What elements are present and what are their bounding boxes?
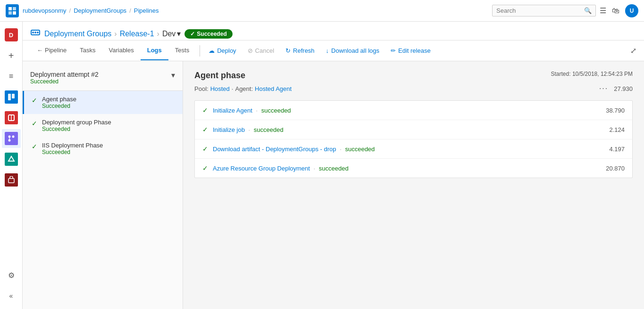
breadcrumb-org[interactable]: rubdevopsonmy bbox=[23, 7, 67, 14]
svg-point-16 bbox=[34, 32, 36, 33]
search-input[interactable] bbox=[496, 7, 584, 14]
phase-detail-title: Agent phase bbox=[194, 71, 245, 81]
agent-link[interactable]: Hosted Agent bbox=[255, 85, 292, 92]
phase-status: Succeeded bbox=[42, 103, 76, 109]
task-name-link-2[interactable]: Initialize job bbox=[213, 126, 245, 133]
tab-tasks[interactable]: Tasks bbox=[73, 41, 102, 60]
status-badge: ✓ Succeeded bbox=[184, 29, 232, 39]
tab-pipeline[interactable]: ← Pipeline bbox=[30, 41, 73, 60]
page-breadcrumb: Deployment Groups › Release-1 › Dev ▾ bbox=[44, 29, 181, 38]
toolbar-tabs: ← Pipeline Tasks Variables Logs Tests bbox=[30, 41, 196, 60]
sidebar-item-settings[interactable]: ⚙ bbox=[2, 266, 21, 285]
expand-icon[interactable]: ⤢ bbox=[630, 46, 636, 55]
task-time-4: 20.870 bbox=[606, 165, 625, 172]
phase-item-iis[interactable]: ✓ IIS Deployment Phase Succeeded bbox=[23, 137, 183, 160]
download-logs-button[interactable]: ↓ Download all logs bbox=[321, 44, 384, 57]
sidebar-item-overview[interactable]: ≡ bbox=[2, 67, 21, 86]
badge-check-icon: ✓ bbox=[190, 31, 195, 37]
task-check-icon: ✓ bbox=[202, 106, 208, 114]
svg-rect-0 bbox=[8, 7, 12, 10]
phase-item-agent[interactable]: ✓ Agent phase Succeeded bbox=[23, 91, 183, 114]
repos-icon bbox=[5, 111, 18, 124]
task-time-3: 4.197 bbox=[609, 146, 625, 153]
environment-dropdown[interactable]: Dev ▾ bbox=[162, 29, 181, 38]
search-box[interactable]: 🔍 bbox=[492, 5, 596, 16]
task-name-link-4[interactable]: Azure Resource Group Deployment bbox=[213, 165, 310, 172]
task-check-icon-4: ✓ bbox=[202, 164, 208, 172]
page-header: Deployment Groups › Release-1 › Dev ▾ ✓ … bbox=[23, 22, 644, 41]
dropdown-chevron-icon: ▾ bbox=[177, 29, 181, 38]
breadcrumb-section[interactable]: Pipelines bbox=[134, 7, 159, 14]
deployment-attempt-status: Succeeded bbox=[30, 78, 99, 85]
nav-icons: ☰ 🛍 U bbox=[600, 4, 638, 17]
phase-pool-info: Pool: Hosted · Agent: Hosted Agent ··· 2… bbox=[194, 84, 633, 93]
svg-point-15 bbox=[32, 32, 34, 33]
list-icon[interactable]: ☰ bbox=[600, 6, 606, 15]
toolbar: ← Pipeline Tasks Variables Logs Tests ☁ … bbox=[23, 41, 644, 61]
deployment-attempt: Deployment attempt #2 Succeeded ▾ bbox=[23, 67, 183, 91]
boards-icon bbox=[5, 90, 18, 104]
refresh-icon: ↻ bbox=[285, 47, 291, 54]
task-time-2: 2.124 bbox=[609, 126, 625, 133]
task-status: succeeded bbox=[261, 107, 291, 114]
pool-link[interactable]: Hosted bbox=[210, 85, 230, 92]
breadcrumb-deployment-groups[interactable]: Deployment Groups bbox=[44, 30, 111, 38]
overview-icon: ≡ bbox=[9, 72, 13, 81]
phase-item-deployment-group[interactable]: ✓ Deployment group Phase Succeeded bbox=[23, 114, 183, 137]
task-check-icon-3: ✓ bbox=[202, 145, 208, 153]
sidebar-item-artifacts[interactable] bbox=[2, 171, 21, 189]
sidebar-bottom: ⚙ « bbox=[2, 266, 21, 309]
edit-release-button[interactable]: ✏ Edit release bbox=[386, 44, 435, 57]
badge-label: Succeeded bbox=[197, 31, 226, 37]
sidebar-item-dashboard[interactable]: D bbox=[2, 25, 21, 44]
phase-check-icon-3: ✓ bbox=[32, 143, 37, 150]
task-status-2: succeeded bbox=[254, 126, 284, 133]
sidebar-item-pipelines[interactable] bbox=[2, 129, 21, 148]
task-item-initialize-agent[interactable]: ✓ Initialize Agent · succeeded 38.790 bbox=[195, 101, 632, 120]
settings-icon: ⚙ bbox=[8, 271, 15, 280]
breadcrumb-release[interactable]: Release-1 bbox=[120, 30, 154, 38]
task-item-initialize-job[interactable]: ✓ Initialize job · succeeded 2.124 bbox=[195, 120, 632, 139]
user-avatar[interactable]: U bbox=[625, 4, 638, 17]
svg-rect-5 bbox=[12, 94, 15, 98]
add-icon: + bbox=[8, 50, 14, 61]
content-area: Deployment Groups › Release-1 › Dev ▾ ✓ … bbox=[23, 22, 644, 309]
cancel-button[interactable]: ⊘ Cancel bbox=[243, 44, 279, 57]
app-logo[interactable] bbox=[6, 4, 19, 17]
task-item-azure-resource[interactable]: ✓ Azure Resource Group Deployment · succ… bbox=[195, 159, 632, 178]
sidebar-item-test-plans[interactable] bbox=[2, 150, 21, 169]
top-nav: rubdevopsonmy / DeploymentGroups / Pipel… bbox=[0, 0, 644, 22]
phase-name: Agent phase bbox=[42, 96, 76, 103]
sidebar-item-repos[interactable] bbox=[2, 108, 21, 127]
task-status-4: succeeded bbox=[319, 165, 349, 172]
basket-icon[interactable]: 🛍 bbox=[612, 7, 619, 15]
task-item-download-artifact[interactable]: ✓ Download artifact - DeploymentGroups -… bbox=[195, 139, 632, 159]
environment-label: Dev bbox=[162, 30, 176, 38]
more-options-icon[interactable]: ··· bbox=[599, 84, 608, 93]
tab-variables[interactable]: Variables bbox=[102, 41, 141, 60]
artifacts-icon bbox=[5, 173, 18, 187]
toolbar-actions: ☁ Deploy ⊘ Cancel ↻ Refresh ↓ Download a… bbox=[204, 44, 435, 57]
breadcrumb-project[interactable]: DeploymentGroups bbox=[74, 7, 126, 14]
task-name-link-3[interactable]: Download artifact - DeploymentGroups - d… bbox=[213, 146, 336, 153]
tab-logs[interactable]: Logs bbox=[141, 41, 168, 60]
collapse-icon: « bbox=[9, 292, 13, 300]
phase-name-3: IIS Deployment Phase bbox=[42, 142, 103, 149]
sidebar-item-add[interactable]: + bbox=[2, 46, 21, 65]
refresh-button[interactable]: ↻ Refresh bbox=[281, 44, 319, 57]
tab-tests[interactable]: Tests bbox=[168, 41, 196, 60]
main-layout: D + ≡ bbox=[0, 22, 644, 309]
phase-status-3: Succeeded bbox=[42, 149, 103, 155]
svg-rect-4 bbox=[8, 94, 11, 100]
pipelines-icon bbox=[5, 132, 18, 145]
sidebar-item-boards[interactable] bbox=[2, 88, 21, 106]
phase-total-duration: 27.930 bbox=[614, 85, 633, 92]
task-name-link[interactable]: Initialize Agent bbox=[213, 107, 252, 114]
back-arrow-icon: ← bbox=[37, 47, 43, 54]
chevron-down-icon[interactable]: ▾ bbox=[171, 71, 175, 80]
search-icon: 🔍 bbox=[584, 7, 592, 14]
sidebar-item-collapse[interactable]: « bbox=[2, 286, 21, 305]
edit-icon: ✏ bbox=[391, 47, 396, 54]
task-time: 38.790 bbox=[606, 107, 625, 114]
deploy-button[interactable]: ☁ Deploy bbox=[204, 44, 241, 57]
